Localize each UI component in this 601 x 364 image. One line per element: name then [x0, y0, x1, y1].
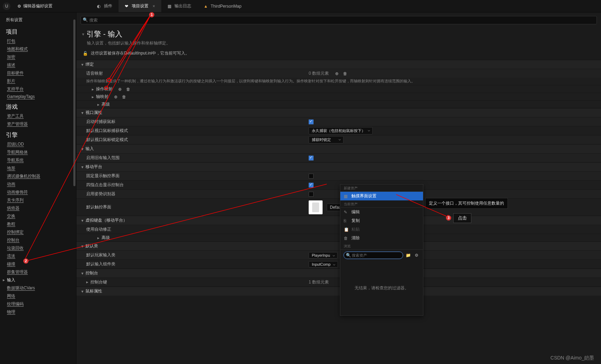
- chevron-down-icon[interactable]: ▾: [81, 218, 83, 223]
- annotation-circle: [107, 78, 111, 82]
- ctx-item-edit[interactable]: ✎编辑: [340, 208, 423, 216]
- sidebar-item[interactable]: 地图和模式: [7, 45, 76, 53]
- sidebar-all-settings[interactable]: 所有设置: [6, 16, 76, 25]
- sidebar-item[interactable]: 教程: [7, 220, 76, 228]
- sidebar-item[interactable]: 打包: [7, 37, 76, 45]
- category-bindings[interactable]: ▾绑定: [76, 60, 601, 69]
- category-virtual-keyboard[interactable]: ▾虚拟键盘（移动平台）: [76, 216, 601, 225]
- ctx-item-touch-interface-setup[interactable]: ▦ 触摸界面设置: [340, 192, 423, 200]
- chevron-down-icon[interactable]: ▾: [81, 289, 83, 294]
- unlock-icon: 🔓: [83, 51, 88, 56]
- sidebar-item[interactable]: 烘焙器: [7, 204, 76, 212]
- delete-icon[interactable]: 🗑: [125, 86, 131, 92]
- ctx-item-clear[interactable]: 🗑清除: [340, 234, 423, 242]
- search-input[interactable]: [81, 16, 597, 24]
- chevron-down-icon[interactable]: ▾: [81, 110, 83, 115]
- sidebar-item[interactable]: 导航网格体: [7, 148, 76, 156]
- sidebar-item[interactable]: 控制台: [7, 236, 76, 244]
- ctx-search-row: 🔍 📁 ⚙: [340, 250, 423, 261]
- sidebar-item[interactable]: 交换: [7, 212, 76, 220]
- editor-prefs-link[interactable]: ⚙ 编辑器偏好设置: [17, 3, 52, 9]
- dropdown-input-component[interactable]: InputComp: [309, 261, 338, 267]
- delete-icon[interactable]: 🗑: [121, 94, 127, 100]
- folder-icon[interactable]: 📁: [405, 252, 411, 258]
- category-mouse-props[interactable]: ▾鼠标属性: [76, 287, 601, 296]
- checkbox[interactable]: [309, 156, 314, 160]
- sidebar-item[interactable]: 动画修饰符: [7, 188, 76, 196]
- sidebar-item[interactable]: 加密: [7, 53, 76, 61]
- sidebar-item[interactable]: 地形: [7, 164, 76, 172]
- main-layout: 所有设置 项目打包地图和模式加密描述目标硬件影片支持平台GameplayTags…: [0, 13, 601, 364]
- tab-map[interactable]: ▲ ThirdPersonMap: [197, 0, 248, 12]
- collapse-icon[interactable]: ▾: [82, 32, 84, 37]
- dropdown-player-input[interactable]: PlayerInpu: [309, 252, 338, 258]
- tab-plugins[interactable]: ◐ 插件: [91, 0, 119, 12]
- checkbox[interactable]: [309, 183, 314, 188]
- asset-thumbnail[interactable]: [309, 200, 323, 214]
- sidebar-item[interactable]: 描述: [7, 61, 76, 69]
- chevron-down-icon[interactable]: ▾: [81, 147, 83, 151]
- sidebar-item[interactable]: 动画: [7, 180, 76, 188]
- dropdown-capture-mode[interactable]: 永久捕获（包括初始鼠标按下）: [309, 127, 373, 134]
- chevron-down-icon[interactable]: ▾: [81, 62, 83, 67]
- ctx-section-browse: 浏览: [340, 242, 423, 250]
- sidebar-item[interactable]: 流送: [7, 252, 76, 260]
- checkbox[interactable]: [309, 192, 314, 197]
- category-mobile[interactable]: ▾移动平台: [76, 162, 601, 171]
- ue-logo-icon: U: [3, 2, 10, 10]
- sidebar-item[interactable]: 调试摄像机控制器: [7, 172, 76, 180]
- sidebar-item[interactable]: 数据驱动CVars: [7, 284, 76, 292]
- close-icon[interactable]: ×: [153, 4, 155, 9]
- sidebar-item[interactable]: 目标硬件: [7, 69, 76, 77]
- sidebar-item[interactable]: 支持平台: [7, 85, 76, 93]
- array-count: 1 数组元素: [309, 279, 329, 285]
- prop-four-finger-tap: 四指点击显示控制台: [86, 181, 309, 189]
- chevron-right-icon[interactable]: ▸: [97, 102, 99, 107]
- sidebar-item[interactable]: ▸输入: [3, 276, 76, 284]
- tab-label: 项目设置: [132, 3, 148, 9]
- category-default-classes[interactable]: ▾默认类: [76, 241, 601, 250]
- sidebar-item[interactable]: 影片: [7, 77, 76, 85]
- chevron-down-icon[interactable]: ▾: [81, 244, 83, 249]
- sidebar-item[interactable]: 控制绑定: [7, 228, 76, 236]
- checkbox[interactable]: [309, 174, 314, 179]
- sidebar-item[interactable]: GameplayTags: [7, 93, 76, 100]
- sidebar-item-label: 打包: [7, 39, 15, 43]
- category-console[interactable]: ▾控制台: [76, 268, 601, 278]
- dropdown-lock-mode[interactable]: 捕获时锁定: [309, 136, 343, 143]
- sidebar-item[interactable]: 层级LOD: [7, 140, 76, 148]
- ctx-search-input[interactable]: [344, 252, 403, 259]
- chevron-down-icon[interactable]: ▾: [81, 271, 83, 276]
- sidebar-item[interactable]: 导航系统: [7, 156, 76, 164]
- sidebar-item-label: GameplayTags: [7, 94, 35, 99]
- gear-icon[interactable]: ⚙: [413, 252, 420, 258]
- delete-icon[interactable]: 🗑: [342, 71, 348, 77]
- sidebar-item[interactable]: 垃圾回收: [7, 244, 76, 252]
- sidebar-item-label: 层级LOD: [7, 142, 24, 147]
- sidebar-item[interactable]: 关卡序列: [7, 196, 76, 204]
- sidebar-item[interactable]: 资产管理器: [7, 120, 76, 128]
- sidebar-item[interactable]: 碰撞: [7, 260, 76, 268]
- checkbox[interactable]: [309, 119, 314, 124]
- sidebar-item[interactable]: 物理: [7, 308, 76, 316]
- sidebar-item[interactable]: 网络: [7, 292, 76, 300]
- add-element-icon[interactable]: ⊕: [334, 71, 340, 77]
- add-element-icon[interactable]: ⊕: [117, 86, 123, 92]
- category-label: 虚拟键盘（移动平台）: [86, 217, 127, 223]
- ctx-item-copy[interactable]: ⎘复制: [340, 216, 423, 225]
- sidebar-item[interactable]: 纹理编码: [7, 300, 76, 308]
- sidebar-item[interactable]: 资产工具: [7, 112, 76, 120]
- chevron-right-icon[interactable]: ▸: [92, 94, 94, 99]
- sidebar-item[interactable]: 群集管理器: [7, 268, 76, 276]
- tab-output-log[interactable]: ▦ 输出日志: [161, 0, 197, 12]
- category-viewport[interactable]: ▾视口属性: [76, 108, 601, 117]
- sidebar-item-label: 交换: [7, 214, 15, 218]
- chevron-down-icon[interactable]: ▾: [81, 165, 83, 169]
- chevron-right-icon[interactable]: ▸: [92, 87, 94, 92]
- chevron-right-icon[interactable]: ▸: [86, 280, 88, 284]
- tab-project-settings[interactable]: ❤ 项目设置 ×: [119, 0, 161, 12]
- chevron-right-icon[interactable]: ▸: [97, 235, 99, 240]
- category-input[interactable]: ▾输入: [76, 144, 601, 153]
- add-element-icon[interactable]: ⊕: [113, 94, 119, 100]
- sidebar-scrollbar[interactable]: [73, 19, 75, 186]
